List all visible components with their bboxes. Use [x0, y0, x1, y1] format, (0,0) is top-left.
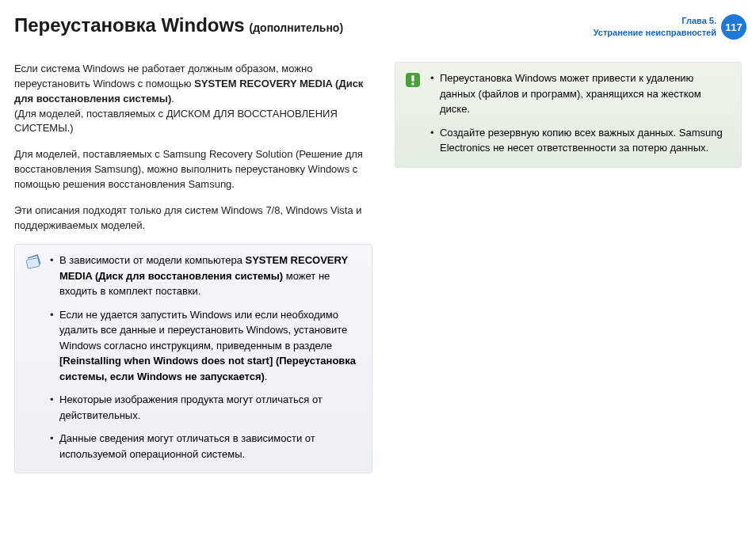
- chapter-line1: Глава 5.: [594, 15, 716, 27]
- text: Если не удается запустить Windows или ес…: [59, 309, 347, 352]
- text: (Для моделей, поставляемых с ДИСКОМ ДЛЯ …: [14, 108, 338, 135]
- right-column: Переустановка Windows может привести к у…: [395, 62, 742, 473]
- svg-rect-2: [411, 75, 414, 82]
- note-bullet: Некоторые изображения продукта могут отл…: [48, 392, 362, 423]
- warning-bullet: Переустановка Windows может привести к у…: [429, 70, 731, 117]
- warning-bullet: Создайте резервную копию всех важных дан…: [429, 125, 731, 156]
- intro-paragraph-1: Если система Windows не работает должным…: [14, 62, 372, 136]
- content-columns: Если система Windows не работает должным…: [0, 40, 756, 473]
- page-number: 117: [725, 21, 743, 33]
- page-subtitle: (дополнительно): [250, 21, 344, 34]
- note-content: В зависимости от модели компьютера SYSTE…: [48, 253, 362, 462]
- page-number-badge: 117: [721, 14, 746, 40]
- chapter-line2: Устранение неисправностей: [594, 27, 716, 39]
- header-right: Глава 5. Устранение неисправностей 117: [594, 14, 746, 40]
- note-bullet: В зависимости от модели компьютера SYSTE…: [48, 253, 362, 299]
- text: .: [265, 371, 268, 382]
- text: В зависимости от модели компьютера: [59, 254, 246, 266]
- warning-content: Переустановка Windows может привести к у…: [429, 70, 731, 156]
- intro-paragraph-3: Эти описания подходят только для систем …: [14, 203, 372, 234]
- warning-icon: [405, 70, 422, 156]
- page-header: Переустановка Windows (дополнительно) Гл…: [0, 0, 756, 40]
- note-bullet: Если не удается запустить Windows или ес…: [48, 307, 362, 385]
- info-note-box: В зависимости от модели компьютера SYSTE…: [14, 244, 372, 473]
- svg-rect-0: [26, 258, 40, 269]
- text: .: [171, 93, 174, 105]
- left-column: Если система Windows не работает должным…: [14, 62, 372, 473]
- title-block: Переустановка Windows (дополнительно): [14, 14, 343, 36]
- text-bold: [Reinstalling when Windows does not star…: [59, 355, 356, 382]
- note-icon: [25, 253, 42, 462]
- svg-rect-3: [411, 83, 414, 86]
- chapter-label: Глава 5. Устранение неисправностей: [594, 15, 716, 39]
- page-title: Переустановка Windows: [14, 14, 245, 36]
- note-bullet: Данные сведения могут отличаться в завис…: [48, 431, 362, 462]
- intro-paragraph-2: Для моделей, поставляемых с Samsung Reco…: [14, 147, 372, 192]
- warning-note-box: Переустановка Windows может привести к у…: [395, 62, 742, 168]
